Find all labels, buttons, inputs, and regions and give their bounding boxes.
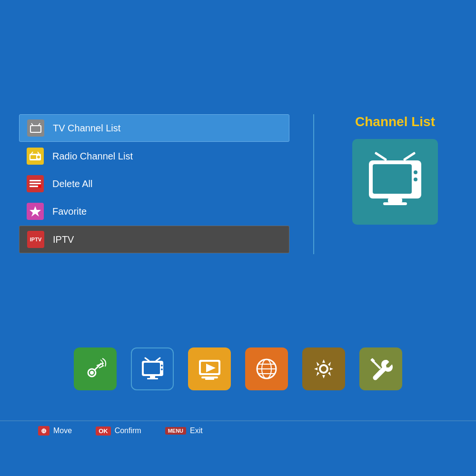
svg-line-28 <box>145 358 149 361</box>
svg-line-29 <box>156 358 160 361</box>
svg-rect-11 <box>30 186 38 187</box>
svg-rect-9 <box>30 180 41 181</box>
svg-rect-10 <box>30 183 41 184</box>
delete-all-icon <box>27 175 44 192</box>
exit-label: Exit <box>190 426 203 435</box>
hint-exit: MENU Exit <box>165 426 203 435</box>
move-label: Move <box>53 426 72 435</box>
bottom-toolbar <box>0 347 476 390</box>
tv-channel-list-label: TV Channel List <box>53 123 120 134</box>
toolbar-globe[interactable] <box>245 347 288 390</box>
svg-point-46 <box>320 365 327 373</box>
toolbar-play[interactable] <box>188 347 231 390</box>
svg-rect-5 <box>30 155 36 159</box>
ok-badge: OK <box>96 426 111 436</box>
menu-badge: MENU <box>165 427 186 435</box>
tv-icon-box <box>352 139 438 225</box>
main-container: TV Channel List Radio Channel List <box>0 0 476 254</box>
toolbar-satellite[interactable] <box>74 347 117 390</box>
iptv-label: IPTV <box>53 234 74 245</box>
favorite-label: Favorite <box>52 206 87 217</box>
svg-point-6 <box>37 156 40 159</box>
svg-point-19 <box>414 170 417 174</box>
delete-all-label: Delete All <box>52 178 93 189</box>
svg-line-16 <box>405 153 414 159</box>
vertical-divider <box>313 114 314 254</box>
toolbar-tools[interactable] <box>359 347 402 390</box>
favorite-icon <box>27 203 44 220</box>
svg-rect-1 <box>31 126 40 132</box>
svg-rect-39 <box>201 377 218 378</box>
svg-rect-22 <box>383 202 407 205</box>
svg-rect-21 <box>388 198 402 202</box>
hint-divider <box>0 420 476 421</box>
bottom-hints-row: ⊕ Move OK Confirm MENU Exit <box>0 426 476 436</box>
right-panel: Channel List <box>333 114 457 254</box>
svg-rect-18 <box>373 164 412 194</box>
menu-list: TV Channel List Radio Channel List <box>19 114 289 254</box>
hint-move: ⊕ Move <box>38 426 72 436</box>
iptv-icon: IPTV <box>27 231 44 248</box>
toolbar-settings[interactable] <box>302 347 345 390</box>
svg-point-33 <box>161 368 163 370</box>
svg-line-2 <box>31 123 33 125</box>
menu-item-iptv[interactable]: IPTV IPTV <box>19 226 289 253</box>
menu-item-delete-all[interactable]: Delete All <box>19 170 289 197</box>
svg-rect-34 <box>150 376 155 378</box>
svg-rect-31 <box>144 363 160 374</box>
hint-confirm: OK Confirm <box>96 426 141 436</box>
svg-marker-14 <box>30 206 41 217</box>
svg-point-24 <box>90 371 94 375</box>
menu-item-tv-channel-list[interactable]: TV Channel List <box>19 114 289 142</box>
svg-line-3 <box>39 123 40 125</box>
tv-channel-icon <box>27 119 44 137</box>
menu-item-favorite[interactable]: Favorite <box>19 198 289 225</box>
move-badge: ⊕ <box>38 426 50 436</box>
svg-line-27 <box>99 366 104 368</box>
radio-channel-icon <box>27 148 44 165</box>
radio-channel-list-label: Radio Channel List <box>52 151 133 162</box>
toolbar-tv[interactable] <box>131 347 174 390</box>
svg-point-32 <box>161 365 163 367</box>
svg-rect-40 <box>205 378 214 380</box>
channel-list-title: Channel List <box>355 114 435 129</box>
svg-line-15 <box>376 153 386 159</box>
menu-item-radio-channel-list[interactable]: Radio Channel List <box>19 143 289 169</box>
svg-line-7 <box>31 152 33 154</box>
svg-rect-35 <box>147 378 158 379</box>
svg-line-8 <box>38 152 39 154</box>
confirm-label: Confirm <box>115 426 141 435</box>
svg-point-20 <box>414 178 417 181</box>
